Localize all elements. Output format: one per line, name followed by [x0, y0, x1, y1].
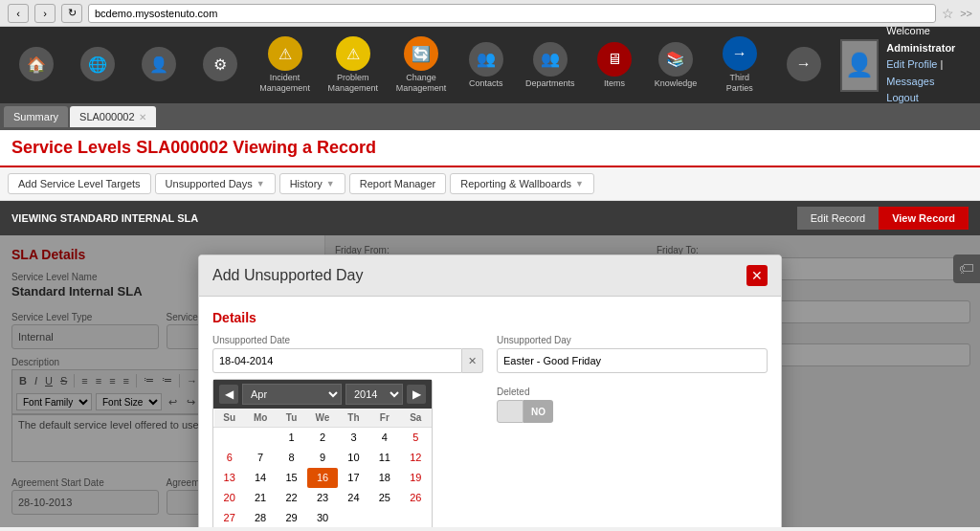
tab-close-icon[interactable]: ✕: [139, 112, 146, 122]
logout-link[interactable]: Logout: [886, 92, 919, 103]
modal-date-row: Unsupported Date ✕ ◀ Apr JanFebMar: [212, 335, 768, 527]
cal-header-mo: Mo: [245, 409, 276, 428]
calendar-day[interactable]: 19: [400, 468, 431, 488]
calendar-day[interactable]: 22: [276, 488, 306, 508]
calendar-day[interactable]: 13: [214, 468, 245, 488]
nav-home[interactable]: 🏠: [8, 43, 65, 87]
report-manager-button[interactable]: Report Manager: [349, 173, 447, 194]
bookmark-icon[interactable]: ☆: [942, 6, 954, 21]
calendar-day[interactable]: 23: [307, 488, 338, 508]
history-button[interactable]: History ▼: [279, 173, 345, 194]
calendar-day[interactable]: 17: [338, 468, 368, 488]
calendar-day[interactable]: 14: [245, 468, 276, 488]
calendar-day: [400, 508, 431, 528]
tab-summary[interactable]: Summary: [4, 106, 68, 127]
calendar-day[interactable]: 16: [307, 468, 338, 488]
nav-items[interactable]: 🖥 Items: [586, 38, 643, 93]
calendar-day[interactable]: 24: [338, 488, 368, 508]
main-content: SLA Details Service Level Name Standard …: [0, 235, 980, 527]
globe-icon: 🌐: [80, 47, 115, 81]
calendar-day[interactable]: 15: [276, 468, 306, 488]
calendar-month-select[interactable]: Apr JanFebMar MayJunJul AugSepOct NovDec: [242, 384, 342, 405]
nav-incident[interactable]: ⚠ IncidentManagement: [253, 33, 317, 98]
calendar-day: [369, 508, 400, 528]
modal-close-button[interactable]: ✕: [746, 265, 768, 286]
forward-button[interactable]: ›: [34, 4, 56, 23]
contacts-icon: 👥: [469, 42, 503, 77]
calendar-next-button[interactable]: ▶: [407, 385, 426, 404]
nav-third-parties[interactable]: → Third Parties: [708, 33, 771, 98]
calendar-day[interactable]: 5: [400, 428, 431, 448]
edit-record-button[interactable]: Edit Record: [797, 207, 879, 230]
tab-bar: Summary SLA000002 ✕: [0, 103, 980, 130]
history-label: History: [290, 178, 323, 189]
modal-title: Add Unsupported Day: [212, 267, 363, 284]
main-navigation: 🏠 🌐 👤 ⚙ ⚠ IncidentManagement ⚠ ProblemMa…: [8, 33, 833, 98]
calendar-day[interactable]: 29: [276, 508, 306, 528]
calendar-day[interactable]: 4: [369, 428, 400, 448]
calendar-day[interactable]: 7: [245, 448, 276, 468]
user-panel: 👤 Welcome Administrator Edit Profile | M…: [833, 23, 977, 107]
calendar-day[interactable]: 30: [307, 508, 338, 528]
calendar-day[interactable]: 18: [369, 468, 400, 488]
unsupported-days-button[interactable]: Unsupported Days ▼: [155, 173, 276, 194]
reload-button[interactable]: ↻: [61, 4, 82, 23]
nav-more[interactable]: →: [775, 43, 833, 87]
calendar-day[interactable]: 2: [307, 428, 338, 448]
nav-knowledge[interactable]: 📚 Knowledge: [647, 38, 704, 93]
back-button[interactable]: ‹: [8, 4, 29, 23]
nav-globe[interactable]: 🌐: [69, 43, 126, 87]
messages-link[interactable]: Messages: [886, 76, 934, 87]
tab-sla000002[interactable]: SLA000002 ✕: [70, 106, 156, 127]
calendar-day[interactable]: 1: [276, 428, 306, 448]
view-record-button[interactable]: View Record: [879, 207, 969, 230]
url-bar[interactable]: [88, 4, 936, 23]
calendar-day[interactable]: 28: [245, 508, 276, 528]
cal-header-fr: Fr: [369, 409, 400, 428]
reporting-button[interactable]: Reporting & Wallboards ▼: [450, 173, 594, 194]
calendar-day[interactable]: 6: [214, 448, 245, 468]
cal-header-we: We: [307, 409, 338, 428]
calendar-prev-button[interactable]: ◀: [219, 385, 238, 404]
calendar-day[interactable]: 26: [400, 488, 431, 508]
nav-user[interactable]: 👤: [130, 43, 188, 87]
page-record-id: SLA000002: [136, 138, 228, 157]
deleted-toggle[interactable]: NO: [497, 400, 553, 423]
home-icon: 🏠: [19, 47, 54, 81]
calendar-day[interactable]: 12: [400, 448, 431, 468]
report-manager-label: Report Manager: [360, 178, 436, 189]
nav-contacts[interactable]: 👥 Contacts: [457, 38, 515, 93]
page-header: Service Levels SLA000002 Viewing a Recor…: [0, 130, 980, 167]
calendar-day[interactable]: 25: [369, 488, 400, 508]
modal-body: Details Unsupported Date ✕ ◀: [199, 297, 781, 527]
extensions-icon: >>: [960, 8, 972, 19]
deleted-field: Deleted NO: [497, 387, 553, 423]
calendar-day[interactable]: 27: [214, 508, 245, 528]
calendar-year-select[interactable]: 2014 20122013 20152016: [345, 384, 403, 405]
tab-summary-label: Summary: [13, 111, 58, 122]
unsupported-date-input[interactable]: [212, 348, 462, 373]
clear-date-button[interactable]: ✕: [462, 348, 483, 373]
edit-profile-link[interactable]: Edit Profile: [886, 58, 937, 70]
cal-header-th: Th: [338, 409, 368, 428]
nav-departments[interactable]: 👥 Departments: [519, 38, 582, 93]
third-parties-icon: →: [723, 36, 757, 71]
items-icon: 🖥: [597, 42, 632, 77]
cal-header-sa: Sa: [400, 409, 431, 428]
calendar-day[interactable]: 8: [276, 448, 306, 468]
add-service-button[interactable]: Add Service Level Targets: [8, 173, 151, 194]
nav-change[interactable]: 🔄 ChangeManagement: [389, 33, 453, 98]
calendar-day[interactable]: 3: [338, 428, 368, 448]
deleted-row: Deleted NO: [497, 387, 768, 423]
calendar-day[interactable]: 10: [338, 448, 368, 468]
change-label: ChangeManagement: [396, 73, 447, 94]
nav-gear[interactable]: ⚙: [191, 43, 249, 87]
calendar-day[interactable]: 21: [245, 488, 276, 508]
calendar-day: [338, 508, 368, 528]
calendar-day[interactable]: 11: [369, 448, 400, 468]
calendar-day[interactable]: 20: [214, 488, 245, 508]
calendar-day[interactable]: 9: [307, 448, 338, 468]
nav-problem[interactable]: ⚠ ProblemManagement: [321, 33, 385, 98]
knowledge-label: Knowledge: [655, 78, 698, 89]
unsupported-day-input[interactable]: [497, 348, 768, 373]
